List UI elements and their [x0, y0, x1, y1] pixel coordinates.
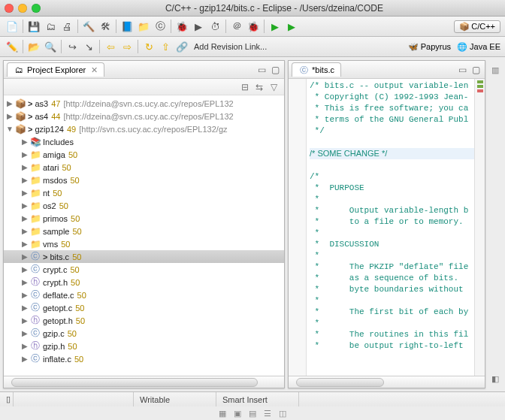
titlebar: C/C++ - gzip124/bits.c - Eclipse - /User… [0, 0, 505, 17]
new-button[interactable]: 📄 [5, 19, 20, 34]
save-button[interactable]: 💾 [26, 19, 41, 34]
project-root[interactable]: ▶📦>as347[http://dzeina@svn.cs.ucy.ac.cy/… [4, 97, 284, 110]
window-title: C/C++ - gzip124/bits.c - Eclipse - /User… [48, 3, 500, 14]
status-rest [299, 392, 505, 406]
save-all-button[interactable]: 🗂 [43, 19, 58, 34]
c-file-icon: ⓒ [298, 65, 309, 75]
javaee-perspective[interactable]: 🌐 Java EE [457, 42, 500, 52]
overview-ruler[interactable] [474, 79, 485, 376]
editor-tab[interactable]: ⓒ *bits.c [292, 62, 341, 77]
fastview-tasks-icon[interactable]: ▣ [232, 408, 243, 418]
tree-node[interactable]: ▶ⓒinflate.c50 [4, 352, 284, 365]
explorer-icon: 🗂 [14, 65, 24, 75]
code-editor[interactable]: /* bits.c -- output variable-len * Copyr… [289, 79, 485, 376]
explorer-toolbar: ⊟ ⇆ ▽ [4, 79, 284, 95]
fast-view-bar: ▦ ▣ ▤ ☰ ◫ [0, 406, 505, 420]
tree-node[interactable]: ▶📁sample50 [4, 225, 284, 237]
status-smartinsert: Smart Insert [216, 392, 299, 406]
fastview-other-icon[interactable]: ◫ [277, 408, 288, 418]
project-explorer-panel: 🗂 Project Explorer ✕ ▭ ▢ ⊟ ⇆ ▽ ▶📦>as347[… [3, 60, 285, 388]
explorer-scrollbar-h[interactable] [4, 376, 284, 388]
search-icon[interactable]: 🔍 [43, 39, 58, 54]
close-window-button[interactable] [5, 4, 14, 13]
status-spacer [14, 392, 134, 406]
papyrus-perspective[interactable]: 🦋 Papyrus [408, 42, 451, 52]
tree-node[interactable]: ▶📁atari50 [4, 161, 284, 174]
at-icon[interactable]: ＠ [229, 19, 244, 34]
minimize-view-icon[interactable]: ▭ [256, 64, 268, 76]
project-root[interactable]: ▼📦>gzip12449[http://svn.cs.ucy.ac.cy/rep… [4, 122, 284, 135]
right-trim: ▥ ◧ [488, 60, 502, 388]
new-cpp-button[interactable]: 📘 [119, 19, 135, 34]
svn-commit-icon[interactable]: ⇧ [158, 39, 173, 54]
minimize-window-button[interactable] [18, 4, 27, 13]
status-icon: ▯ [0, 392, 14, 406]
editor-maximize-icon[interactable]: ▢ [470, 64, 482, 76]
code-area[interactable]: /* bits.c -- output variable-len * Copyr… [307, 79, 474, 376]
pencil-icon[interactable]: ✏️ [5, 39, 20, 54]
tree-node[interactable]: ▶ⓒ>bits.c50 [4, 250, 284, 263]
tree-node[interactable]: ▶ⓒdeflate.c50 [4, 289, 284, 301]
debug-button[interactable]: 🐞 [174, 19, 189, 34]
tree-node[interactable]: ▶📁vms50 [4, 237, 284, 250]
fastview-problems-icon[interactable]: ▦ [217, 408, 228, 418]
profile-button[interactable]: ⏱ [207, 19, 222, 34]
editor-minimize-icon[interactable]: ▭ [456, 64, 468, 76]
tree-node[interactable]: ▶📚Includes [4, 135, 284, 148]
view-menu-icon[interactable]: ▽ [268, 81, 280, 93]
build-all-button[interactable]: 🛠 [98, 19, 113, 34]
tree-node[interactable]: ▶📁primos50 [4, 212, 284, 225]
tree-node[interactable]: ▶ⓒcrypt.c50 [4, 263, 284, 276]
tree-node[interactable]: ▶📁amiga50 [4, 148, 284, 161]
bug-icon[interactable]: 🐞 [246, 19, 261, 34]
status-writable: Writable [134, 392, 216, 406]
open-folder-icon[interactable]: 📂 [26, 39, 41, 54]
collapse-all-icon[interactable]: ⊟ [239, 81, 251, 93]
tree-node[interactable]: ▶ⓒgetopt.c50 [4, 301, 284, 314]
forward-button[interactable]: ⇨ [119, 39, 135, 54]
print-button[interactable]: 🖨 [59, 19, 74, 34]
maximize-view-icon[interactable]: ▢ [269, 64, 281, 76]
editor-tabbar: ⓒ *bits.c ▭ ▢ [289, 61, 485, 79]
perspective-switcher[interactable]: 📦 C/C++ [454, 20, 500, 33]
new-class-button[interactable]: ⓒ [153, 19, 168, 34]
project-explorer-tab[interactable]: 🗂 Project Explorer ✕ [7, 62, 104, 77]
papyrus-icon: 🦋 [408, 42, 419, 52]
tree-node[interactable]: ▶ⓗcrypt.h50 [4, 276, 284, 289]
tree-node[interactable]: ▶📁os250 [4, 199, 284, 212]
back-button[interactable]: ⇦ [103, 39, 118, 54]
step-over-icon[interactable]: ↪ [65, 39, 80, 54]
new-folder-button[interactable]: 📁 [136, 19, 151, 34]
tree-node[interactable]: ▶ⓒgzip.c50 [4, 327, 284, 340]
tree-node[interactable]: ▶📁nt50 [4, 186, 284, 199]
tree-node[interactable]: ▶ⓗgetopt.h50 [4, 314, 284, 327]
outline-view-icon[interactable]: ◧ [490, 373, 500, 384]
tree-node[interactable]: ▶ⓗgzip.h50 [4, 340, 284, 352]
run-button[interactable]: ▶ [191, 19, 206, 34]
run-external-button[interactable]: ▶ [284, 19, 299, 34]
project-tree[interactable]: ▶📦>as347[http://dzeina@svn.cs.ucy.ac.cy/… [4, 95, 284, 376]
editor-tab-label: *bits.c [312, 65, 334, 74]
explorer-tabbar: 🗂 Project Explorer ✕ ▭ ▢ [4, 61, 284, 79]
run-last-button[interactable]: ▶ [268, 19, 283, 34]
build-button[interactable]: 🔨 [81, 19, 96, 34]
main-toolbar-1: 📄 💾 🗂 🖨 🔨 🛠 📘 📁 ⓒ 🐞 ▶ ⏱ ＠ 🐞 ▶ ▶ 📦 C/C++ [0, 17, 505, 37]
link-editor-icon[interactable]: ⇆ [253, 81, 265, 93]
window-controls [5, 4, 41, 13]
restore-view-icon[interactable]: ▥ [490, 65, 500, 75]
svn-link-icon[interactable]: 🔗 [174, 39, 189, 54]
svn-update-icon[interactable]: ↻ [141, 39, 156, 54]
editor-scrollbar-h[interactable] [289, 376, 485, 388]
explorer-tab-label: Project Explorer [27, 65, 86, 74]
tab-close-icon[interactable]: ✕ [91, 65, 98, 75]
javaee-icon: 🌐 [457, 42, 467, 52]
add-revision-link[interactable]: Add Revision Link... [191, 42, 270, 51]
editor-gutter [289, 79, 307, 376]
fastview-console-icon[interactable]: ▤ [247, 408, 258, 418]
project-root[interactable]: ▶📦>as444[http://dzeina@svn.cs.ucy.ac.cy/… [4, 110, 284, 122]
fastview-properties-icon[interactable]: ☰ [262, 408, 273, 418]
zoom-window-button[interactable] [32, 4, 41, 13]
tree-node[interactable]: ▶📁msdos50 [4, 174, 284, 186]
step-into-icon[interactable]: ↘ [81, 39, 96, 54]
main-area: 🗂 Project Explorer ✕ ▭ ▢ ⊟ ⇆ ▽ ▶📦>as347[… [0, 57, 505, 391]
